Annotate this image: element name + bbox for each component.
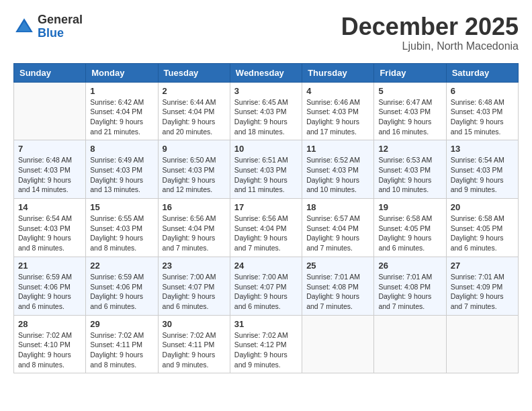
calendar-cell: 5Sunrise: 6:47 AM Sunset: 4:03 PM Daylig… bbox=[374, 82, 446, 140]
calendar-cell: 2Sunrise: 6:44 AM Sunset: 4:04 PM Daylig… bbox=[158, 82, 230, 140]
calendar-cell bbox=[374, 315, 446, 373]
calendar-cell: 12Sunrise: 6:53 AM Sunset: 4:03 PM Dayli… bbox=[374, 140, 446, 199]
day-info: Sunrise: 7:01 AM Sunset: 4:09 PM Dayligh… bbox=[451, 272, 514, 312]
day-info: Sunrise: 7:02 AM Sunset: 4:11 PM Dayligh… bbox=[90, 330, 153, 370]
logo: General Blue bbox=[13, 13, 83, 40]
weekday-header-tuesday: Tuesday bbox=[158, 63, 230, 82]
calendar-cell: 11Sunrise: 6:52 AM Sunset: 4:03 PM Dayli… bbox=[302, 140, 374, 199]
calendar-cell: 19Sunrise: 6:58 AM Sunset: 4:05 PM Dayli… bbox=[374, 199, 446, 257]
day-number: 1 bbox=[90, 86, 153, 96]
calendar-week-row: 7Sunrise: 6:48 AM Sunset: 4:03 PM Daylig… bbox=[14, 140, 519, 199]
day-info: Sunrise: 6:57 AM Sunset: 4:04 PM Dayligh… bbox=[306, 214, 369, 253]
day-number: 8 bbox=[90, 144, 153, 154]
calendar-cell: 22Sunrise: 6:59 AM Sunset: 4:06 PM Dayli… bbox=[86, 257, 158, 315]
day-number: 11 bbox=[306, 144, 369, 154]
day-info: Sunrise: 6:58 AM Sunset: 4:05 PM Dayligh… bbox=[451, 214, 514, 253]
day-info: Sunrise: 6:56 AM Sunset: 4:04 PM Dayligh… bbox=[163, 214, 226, 253]
day-number: 20 bbox=[451, 202, 514, 212]
day-number: 7 bbox=[18, 144, 81, 154]
weekday-header-thursday: Thursday bbox=[302, 63, 374, 82]
calendar-cell: 10Sunrise: 6:51 AM Sunset: 4:03 PM Dayli… bbox=[230, 140, 302, 199]
day-number: 29 bbox=[90, 319, 153, 329]
day-info: Sunrise: 6:48 AM Sunset: 4:03 PM Dayligh… bbox=[451, 97, 514, 137]
logo-icon bbox=[13, 16, 35, 38]
calendar-cell: 20Sunrise: 6:58 AM Sunset: 4:05 PM Dayli… bbox=[446, 199, 518, 257]
day-info: Sunrise: 6:48 AM Sunset: 4:03 PM Dayligh… bbox=[18, 155, 81, 195]
calendar-cell: 31Sunrise: 7:02 AM Sunset: 4:12 PM Dayli… bbox=[230, 315, 302, 373]
logo-text: General Blue bbox=[38, 13, 83, 40]
calendar-week-row: 1Sunrise: 6:42 AM Sunset: 4:04 PM Daylig… bbox=[14, 82, 519, 140]
day-info: Sunrise: 6:51 AM Sunset: 4:03 PM Dayligh… bbox=[234, 155, 298, 195]
calendar-cell: 25Sunrise: 7:01 AM Sunset: 4:08 PM Dayli… bbox=[302, 257, 374, 315]
day-info: Sunrise: 6:44 AM Sunset: 4:04 PM Dayligh… bbox=[163, 97, 226, 137]
day-info: Sunrise: 6:47 AM Sunset: 4:03 PM Dayligh… bbox=[378, 97, 441, 137]
calendar-week-row: 21Sunrise: 6:59 AM Sunset: 4:06 PM Dayli… bbox=[14, 257, 519, 315]
day-info: Sunrise: 6:58 AM Sunset: 4:05 PM Dayligh… bbox=[378, 214, 441, 253]
calendar-cell: 23Sunrise: 7:00 AM Sunset: 4:07 PM Dayli… bbox=[158, 257, 230, 315]
day-number: 15 bbox=[90, 202, 153, 212]
day-info: Sunrise: 6:54 AM Sunset: 4:03 PM Dayligh… bbox=[451, 155, 514, 195]
calendar-cell: 4Sunrise: 6:46 AM Sunset: 4:03 PM Daylig… bbox=[302, 82, 374, 140]
calendar-week-row: 28Sunrise: 7:02 AM Sunset: 4:10 PM Dayli… bbox=[14, 315, 519, 373]
day-info: Sunrise: 7:02 AM Sunset: 4:10 PM Dayligh… bbox=[18, 330, 81, 370]
calendar-cell: 30Sunrise: 7:02 AM Sunset: 4:11 PM Dayli… bbox=[158, 315, 230, 373]
day-number: 17 bbox=[234, 202, 298, 212]
calendar-cell: 29Sunrise: 7:02 AM Sunset: 4:11 PM Dayli… bbox=[86, 315, 158, 373]
day-number: 26 bbox=[378, 261, 441, 271]
calendar-cell: 16Sunrise: 6:56 AM Sunset: 4:04 PM Dayli… bbox=[158, 199, 230, 257]
month-title: December 2025 bbox=[341, 13, 519, 40]
calendar-cell: 3Sunrise: 6:45 AM Sunset: 4:03 PM Daylig… bbox=[230, 82, 302, 140]
day-number: 9 bbox=[163, 144, 226, 154]
calendar-cell bbox=[446, 315, 518, 373]
calendar-table: SundayMondayTuesdayWednesdayThursdayFrid… bbox=[13, 63, 519, 374]
day-number: 18 bbox=[306, 202, 369, 212]
calendar-cell: 1Sunrise: 6:42 AM Sunset: 4:04 PM Daylig… bbox=[86, 82, 158, 140]
day-number: 31 bbox=[234, 319, 298, 329]
day-number: 25 bbox=[306, 261, 369, 271]
calendar-cell: 17Sunrise: 6:56 AM Sunset: 4:04 PM Dayli… bbox=[230, 199, 302, 257]
day-info: Sunrise: 6:55 AM Sunset: 4:03 PM Dayligh… bbox=[90, 214, 153, 253]
day-number: 2 bbox=[163, 86, 226, 96]
day-info: Sunrise: 6:50 AM Sunset: 4:03 PM Dayligh… bbox=[163, 155, 226, 195]
calendar-cell: 6Sunrise: 6:48 AM Sunset: 4:03 PM Daylig… bbox=[446, 82, 518, 140]
day-info: Sunrise: 6:59 AM Sunset: 4:06 PM Dayligh… bbox=[90, 272, 153, 312]
day-number: 23 bbox=[163, 261, 226, 271]
day-number: 28 bbox=[18, 319, 81, 329]
day-number: 10 bbox=[234, 144, 298, 154]
location-subtitle: Ljubin, North Macedonia bbox=[341, 40, 519, 52]
calendar-cell: 18Sunrise: 6:57 AM Sunset: 4:04 PM Dayli… bbox=[302, 199, 374, 257]
weekday-header-row: SundayMondayTuesdayWednesdayThursdayFrid… bbox=[14, 63, 519, 82]
calendar-cell: 13Sunrise: 6:54 AM Sunset: 4:03 PM Dayli… bbox=[446, 140, 518, 199]
calendar-cell: 9Sunrise: 6:50 AM Sunset: 4:03 PM Daylig… bbox=[158, 140, 230, 199]
page-header: General Blue December 2025 Ljubin, North… bbox=[13, 13, 519, 52]
weekday-header-wednesday: Wednesday bbox=[230, 63, 302, 82]
day-info: Sunrise: 6:52 AM Sunset: 4:03 PM Dayligh… bbox=[306, 155, 369, 195]
calendar-cell: 27Sunrise: 7:01 AM Sunset: 4:09 PM Dayli… bbox=[446, 257, 518, 315]
day-info: Sunrise: 6:46 AM Sunset: 4:03 PM Dayligh… bbox=[306, 97, 369, 137]
day-number: 6 bbox=[451, 86, 514, 96]
day-number: 16 bbox=[163, 202, 226, 212]
day-info: Sunrise: 6:54 AM Sunset: 4:03 PM Dayligh… bbox=[18, 214, 81, 253]
day-number: 27 bbox=[451, 261, 514, 271]
calendar-cell: 15Sunrise: 6:55 AM Sunset: 4:03 PM Dayli… bbox=[86, 199, 158, 257]
calendar-cell: 28Sunrise: 7:02 AM Sunset: 4:10 PM Dayli… bbox=[14, 315, 86, 373]
day-info: Sunrise: 7:01 AM Sunset: 4:08 PM Dayligh… bbox=[378, 272, 441, 312]
calendar-cell: 7Sunrise: 6:48 AM Sunset: 4:03 PM Daylig… bbox=[14, 140, 86, 199]
day-number: 3 bbox=[234, 86, 298, 96]
weekday-header-sunday: Sunday bbox=[14, 63, 86, 82]
weekday-header-monday: Monday bbox=[86, 63, 158, 82]
day-info: Sunrise: 6:45 AM Sunset: 4:03 PM Dayligh… bbox=[234, 97, 298, 137]
day-number: 24 bbox=[234, 261, 298, 271]
title-block: December 2025 Ljubin, North Macedonia bbox=[341, 13, 519, 52]
calendar-cell: 26Sunrise: 7:01 AM Sunset: 4:08 PM Dayli… bbox=[374, 257, 446, 315]
weekday-header-friday: Friday bbox=[374, 63, 446, 82]
day-info: Sunrise: 6:49 AM Sunset: 4:03 PM Dayligh… bbox=[90, 155, 153, 195]
day-number: 5 bbox=[378, 86, 441, 96]
day-info: Sunrise: 7:01 AM Sunset: 4:08 PM Dayligh… bbox=[306, 272, 369, 312]
day-number: 13 bbox=[451, 144, 514, 154]
day-info: Sunrise: 7:00 AM Sunset: 4:07 PM Dayligh… bbox=[163, 272, 226, 312]
day-number: 19 bbox=[378, 202, 441, 212]
day-info: Sunrise: 7:02 AM Sunset: 4:12 PM Dayligh… bbox=[234, 330, 298, 370]
calendar-week-row: 14Sunrise: 6:54 AM Sunset: 4:03 PM Dayli… bbox=[14, 199, 519, 257]
day-number: 4 bbox=[306, 86, 369, 96]
